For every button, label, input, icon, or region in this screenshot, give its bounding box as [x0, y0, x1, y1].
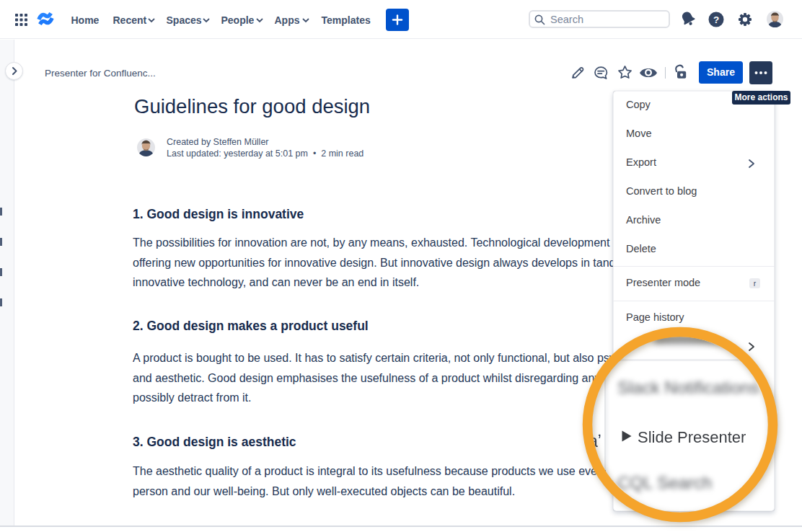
svg-text:?: ? — [713, 14, 719, 25]
